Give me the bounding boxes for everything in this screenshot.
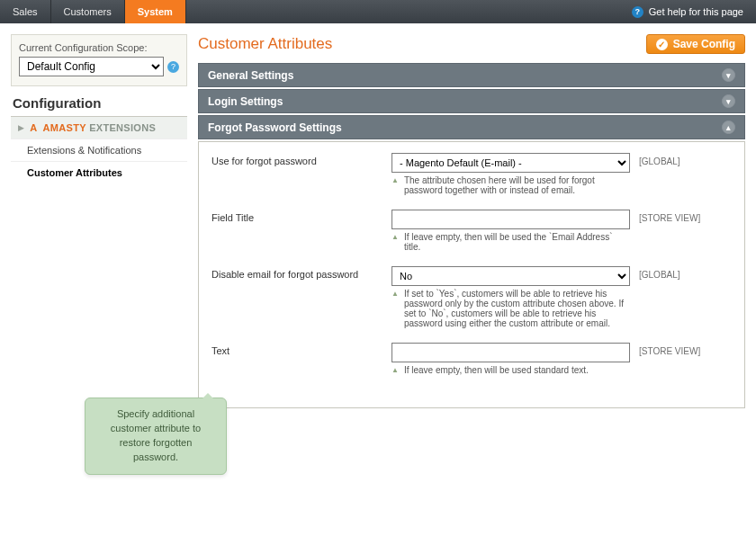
field-hint: If set to `Yes`, customers will be able …	[392, 289, 630, 328]
accordion-title: Forgot Password Settings	[208, 121, 342, 134]
check-icon: ✓	[656, 39, 668, 50]
sidebar: Current Configuration Scope: Default Con…	[11, 34, 187, 408]
sidebar-item-extensions[interactable]: Extensions & Notifications	[11, 138, 187, 161]
field-label: Disable email for forgot password	[212, 266, 382, 280]
tooltip-bubble: Specify additional customer attribute to…	[85, 398, 227, 475]
accordion-forgot-password-settings[interactable]: Forgot Password Settings ▴	[198, 115, 745, 139]
chevron-up-icon: ▴	[722, 121, 735, 134]
field-hint: If leave empty, then will be used standa…	[392, 365, 630, 375]
field-scope: [STORE VIEW]	[639, 343, 735, 356]
sidebar-section-label: AMASTY EXTENSIONS	[43, 122, 157, 133]
save-config-button[interactable]: ✓ Save Config	[646, 34, 745, 54]
sidebar-item-label: Extensions & Notifications	[27, 145, 141, 156]
field-scope: [STORE VIEW]	[639, 210, 735, 223]
nav-tab-system[interactable]: System	[125, 0, 186, 23]
content-header: Customer Attributes ✓ Save Config	[198, 34, 745, 54]
field-title: Field Title If leave empty, then will be…	[212, 210, 735, 252]
chevron-down-icon: ▾	[722, 94, 735, 108]
help-icon: ?	[632, 6, 644, 18]
scope-select[interactable]: Default Config	[19, 57, 164, 76]
help-label: Get help for this page	[649, 6, 743, 17]
nav-tab-label: Sales	[13, 6, 38, 17]
accordion-login-settings[interactable]: Login Settings ▾	[198, 89, 745, 113]
disable-email-select[interactable]: No	[392, 266, 630, 286]
nav-tab-label: System	[138, 6, 173, 17]
field-label: Use for forgot password	[212, 153, 382, 166]
nav-tab-sales[interactable]: Sales	[0, 0, 51, 23]
accordion-title: Login Settings	[208, 95, 283, 108]
field-scope: [GLOBAL]	[639, 153, 735, 166]
page-body: Current Configuration Scope: Default Con…	[0, 23, 756, 419]
scope-row: Default Config ?	[19, 57, 179, 76]
field-label: Text	[212, 343, 382, 356]
sidebar-item-customer-attributes[interactable]: Customer Attributes	[11, 161, 187, 183]
page-title: Customer Attributes	[198, 35, 332, 53]
use-forgot-select[interactable]: - Magento Default (E-mail) -	[392, 153, 630, 173]
field-disable-email: Disable email for forgot password No If …	[212, 266, 735, 328]
top-nav: Sales Customers System ? Get help for th…	[0, 0, 756, 23]
field-label: Field Title	[212, 210, 382, 223]
main-content: Customer Attributes ✓ Save Config Genera…	[198, 34, 745, 408]
config-title: Configuration	[11, 86, 187, 116]
field-text: Text If leave empty, then will be used s…	[212, 343, 735, 375]
amasty-logo-icon: A	[30, 122, 37, 133]
field-use-forgot: Use for forgot password - Magento Defaul…	[212, 153, 735, 195]
text-input[interactable]	[392, 343, 630, 362]
help-link[interactable]: ? Get help for this page	[619, 0, 756, 23]
sidebar-section-header[interactable]: ▶ A AMASTY EXTENSIONS	[11, 116, 187, 138]
scope-box: Current Configuration Scope: Default Con…	[11, 34, 187, 86]
chevron-down-icon: ▾	[722, 68, 735, 82]
chevron-right-icon: ▶	[18, 123, 24, 132]
scope-help-icon[interactable]: ?	[167, 61, 179, 73]
form-panel: Use for forgot password - Magento Defaul…	[198, 141, 745, 408]
field-hint: If leave empty, then will be used the `E…	[392, 232, 630, 252]
field-hint: The attribute chosen here will be used f…	[392, 175, 630, 195]
nav-tab-customers[interactable]: Customers	[51, 0, 125, 23]
accordion-general-settings[interactable]: General Settings ▾	[198, 63, 745, 87]
scope-label: Current Configuration Scope:	[19, 42, 179, 53]
save-button-label: Save Config	[673, 38, 735, 50]
sidebar-item-label: Customer Attributes	[27, 167, 122, 178]
nav-tab-label: Customers	[64, 6, 112, 17]
field-scope: [GLOBAL]	[639, 266, 735, 280]
tooltip-text: Specify additional customer attribute to…	[111, 408, 201, 462]
accordion-title: General Settings	[208, 69, 293, 82]
field-title-input[interactable]	[392, 210, 630, 229]
